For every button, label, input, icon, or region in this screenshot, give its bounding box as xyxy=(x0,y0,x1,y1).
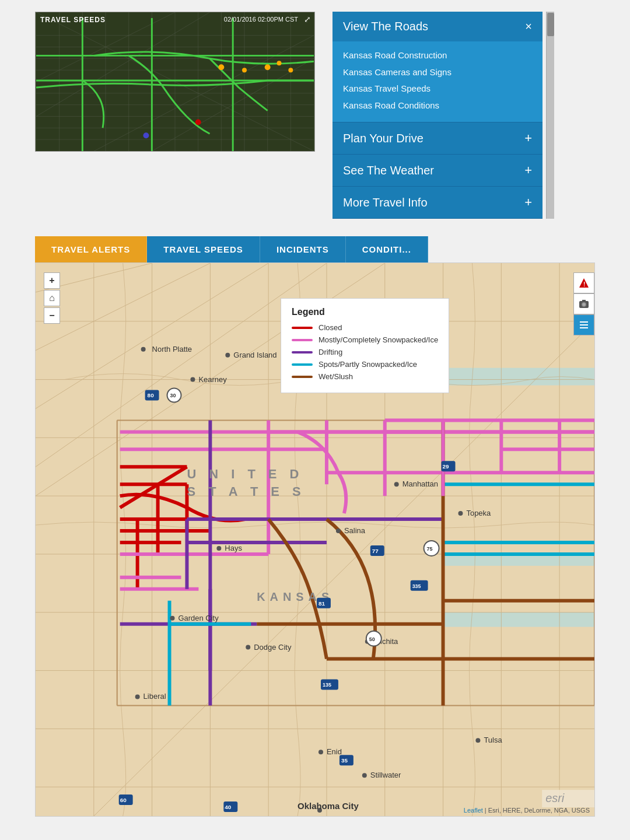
svg-text:esri: esri xyxy=(545,792,565,804)
map-controls: + ⌂ − xyxy=(44,272,60,324)
legend-color-drifting xyxy=(292,351,313,354)
main-map[interactable]: North Platte Grand Island Kearney Hays S… xyxy=(35,262,595,817)
attribution-rest: | Esri, HERE, DeLorme, NGA, USGS xyxy=(483,807,590,814)
plus-icon: + xyxy=(524,131,532,146)
legend: Legend Closed Mostly/Completely Snowpack… xyxy=(281,298,449,393)
scrollbar[interactable] xyxy=(546,12,554,219)
close-icon[interactable]: × xyxy=(525,20,532,33)
svg-text:S T A T E S: S T A T E S xyxy=(187,484,305,499)
svg-point-121 xyxy=(336,528,341,533)
camera-icon-btn[interactable] xyxy=(573,293,594,314)
tab-travel-alerts[interactable]: TRAVEL ALERTS xyxy=(35,236,147,262)
svg-point-133 xyxy=(135,694,140,699)
weather-section: See The Weather + xyxy=(332,155,542,187)
svg-text:U N I T E D: U N I T E D xyxy=(187,467,303,481)
view-roads-content: Kansas Road Construction Kansas Cameras … xyxy=(332,41,542,122)
view-roads-section: View The Roads × Kansas Road Constructio… xyxy=(332,12,542,123)
svg-text:77: 77 xyxy=(372,548,379,554)
leaflet-link[interactable]: Leaflet xyxy=(464,807,483,814)
legend-label-wetslush: Wet/Slush xyxy=(318,372,353,381)
svg-point-36 xyxy=(288,68,293,72)
svg-point-32 xyxy=(218,64,224,70)
svg-text:Hays: Hays xyxy=(225,544,242,552)
svg-text:81: 81 xyxy=(318,600,326,607)
tab-conditions[interactable]: CONDITI... xyxy=(346,236,428,262)
legend-label-spots: Spots/Partly Snowpacked/Ice xyxy=(318,360,417,369)
svg-point-119 xyxy=(216,546,221,551)
plus-icon: + xyxy=(524,195,532,210)
svg-text:75: 75 xyxy=(427,546,433,552)
plan-drive-header[interactable]: Plan Your Drive + xyxy=(332,123,542,154)
dropdown-panel-wrapper: View The Roads × Kansas Road Constructio… xyxy=(332,12,554,219)
svg-text:Dodge City: Dodge City xyxy=(254,643,292,652)
svg-rect-40 xyxy=(443,368,594,386)
tab-travel-speeds[interactable]: TRAVEL SPEEDS xyxy=(147,236,260,262)
svg-text:30: 30 xyxy=(170,393,176,399)
map-thumbnail: TRAVEL SPEEDS 02/01/2016 02:00PM CST ⤢ xyxy=(35,12,315,152)
svg-point-139 xyxy=(475,738,480,743)
svg-text:North Platte: North Platte xyxy=(152,345,192,354)
scrollbar-thumb[interactable] xyxy=(547,13,554,36)
svg-point-129 xyxy=(246,645,250,650)
tabs-row: TRAVEL ALERTS TRAVEL SPEEDS INCIDENTS CO… xyxy=(35,236,595,262)
list-item[interactable]: Kansas Travel Speeds xyxy=(343,80,532,97)
svg-text:135: 135 xyxy=(323,682,331,688)
svg-point-117 xyxy=(190,377,195,382)
legend-title: Legend xyxy=(292,307,438,317)
svg-point-123 xyxy=(394,482,399,487)
home-button[interactable]: ⌂ xyxy=(44,290,60,306)
view-roads-header[interactable]: View The Roads × xyxy=(332,12,542,41)
plus-icon: + xyxy=(524,163,532,178)
legend-color-snowpacked xyxy=(292,339,313,341)
legend-label-snowpacked: Mostly/Completely Snowpacked/Ice xyxy=(318,335,438,344)
weather-header[interactable]: See The Weather + xyxy=(332,155,542,186)
more-info-section: More Travel Info + xyxy=(332,187,542,219)
svg-point-35 xyxy=(277,61,282,65)
zoom-in-button[interactable]: + xyxy=(44,272,60,289)
warning-icon-btn[interactable]: ! xyxy=(573,272,594,293)
more-info-header[interactable]: More Travel Info + xyxy=(332,187,542,218)
svg-text:Liberal: Liberal xyxy=(144,692,166,701)
svg-point-176 xyxy=(583,303,586,306)
svg-text:Kearney: Kearney xyxy=(198,375,227,384)
svg-text:Topeka: Topeka xyxy=(466,509,491,517)
svg-point-37 xyxy=(195,119,201,125)
svg-point-33 xyxy=(242,68,247,72)
legend-label-closed: Closed xyxy=(318,323,342,332)
tab-incidents[interactable]: INCIDENTS xyxy=(260,236,346,262)
svg-text:80: 80 xyxy=(148,393,155,399)
svg-point-125 xyxy=(458,511,463,516)
map-attribution: Leaflet | Esri, HERE, DeLorme, NGA, USGS xyxy=(464,807,590,814)
svg-text:!: ! xyxy=(583,281,585,288)
svg-text:40: 40 xyxy=(225,804,232,810)
legend-item-closed: Closed xyxy=(292,323,438,332)
legend-item-wetslush: Wet/Slush xyxy=(292,372,438,381)
svg-text:Garden City: Garden City xyxy=(178,614,219,622)
list-item[interactable]: Kansas Road Conditions xyxy=(343,97,532,114)
more-info-title: More Travel Info xyxy=(343,196,428,209)
svg-point-137 xyxy=(362,773,367,778)
svg-text:50: 50 xyxy=(369,636,375,642)
svg-text:Grand Island: Grand Island xyxy=(233,351,276,359)
list-item[interactable]: Kansas Road Construction xyxy=(343,47,532,64)
map-right-icons: ! xyxy=(573,272,594,335)
legend-color-spots xyxy=(292,363,313,366)
svg-text:35: 35 xyxy=(341,757,348,764)
svg-text:Manhattan: Manhattan xyxy=(402,480,438,488)
svg-point-34 xyxy=(265,64,271,70)
svg-rect-177 xyxy=(582,300,586,302)
svg-text:Salina: Salina xyxy=(344,526,366,535)
thumbnail-date: 02/01/2016 02:00PM CST xyxy=(224,16,298,23)
legend-item-snowpacked: Mostly/Completely Snowpacked/Ice xyxy=(292,335,438,344)
svg-rect-42 xyxy=(443,612,594,627)
svg-point-127 xyxy=(170,616,175,621)
zoom-out-button[interactable]: − xyxy=(44,307,60,324)
svg-point-38 xyxy=(143,132,149,138)
expand-icon[interactable]: ⤢ xyxy=(304,15,311,24)
svg-text:335: 335 xyxy=(412,583,421,589)
list-icon-btn[interactable] xyxy=(573,314,594,335)
svg-text:60: 60 xyxy=(120,797,127,803)
svg-text:Stillwater: Stillwater xyxy=(370,771,401,779)
svg-point-115 xyxy=(225,353,230,358)
list-item[interactable]: Kansas Cameras and Signs xyxy=(343,64,532,81)
